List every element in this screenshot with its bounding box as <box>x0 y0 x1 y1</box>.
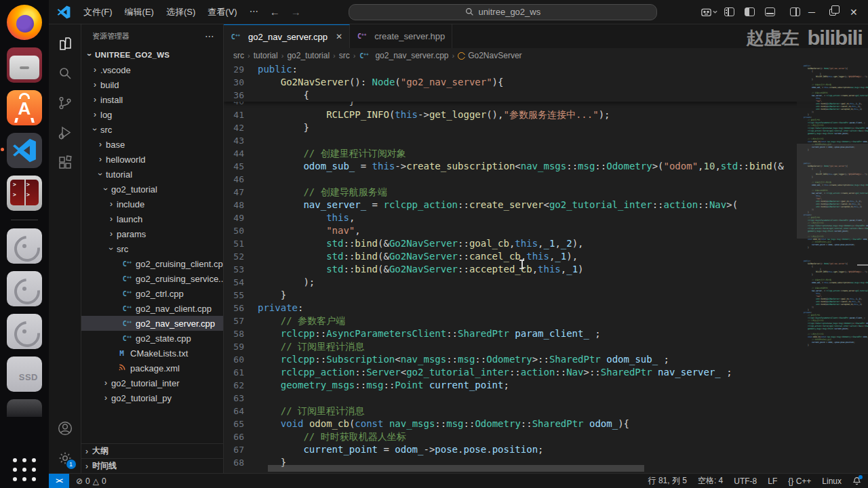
tree-item-go2_cruising_client.cpp[interactable]: C++go2_cruising_client.cpp <box>81 256 223 271</box>
section-时间线[interactable]: ›时间线 <box>81 458 223 473</box>
tree-item-params[interactable]: ›params <box>81 226 223 241</box>
status-item[interactable]: UTF-8 <box>734 476 757 486</box>
code-line[interactable]: 65 void odom_cb(const nav_msgs::msg::Odo… <box>224 418 868 430</box>
tree-item-src[interactable]: ›src <box>81 122 223 137</box>
toggle-panel-icon[interactable] <box>761 3 780 21</box>
code-area[interactable]: 29public:30 Go2NavServer(): Node("go2_na… <box>224 63 868 473</box>
tree-item-include[interactable]: ›include <box>81 197 223 211</box>
code-line[interactable]: 64 // 订阅里程计消息 <box>224 405 868 418</box>
search-icon[interactable] <box>49 58 81 88</box>
tree-item-go2_state.cpp[interactable]: C++go2_state.cpp <box>81 331 223 346</box>
extensions-icon[interactable] <box>49 148 81 178</box>
tree-item-go2_cruising_service....[interactable]: C++go2_cruising_service.... <box>81 271 223 286</box>
close-button[interactable]: ✕ <box>844 3 864 21</box>
minimize-button[interactable]: ─ <box>802 3 822 21</box>
horizontal-scrollbar[interactable] <box>268 465 644 472</box>
breadcrumb[interactable]: src›tutorial›go2_tutorial›src›C++go2_nav… <box>224 48 868 63</box>
tree-item-UNITREE_GO2_WS[interactable]: ›UNITREE_GO2_WS <box>81 47 223 62</box>
notifications-bell-icon[interactable] <box>852 476 861 485</box>
tree-item-build[interactable]: ›build <box>81 77 223 92</box>
robot-icon[interactable] <box>700 3 719 21</box>
dock-item-file-manager[interactable] <box>7 47 42 83</box>
code-line[interactable]: 53 std::bind(&Go2NavServer::accepted_cb,… <box>224 263 868 276</box>
code-line[interactable]: 57 // 参数客户端 <box>224 314 868 327</box>
menu-item[interactable]: 编辑(E) <box>119 3 160 21</box>
code-line[interactable]: 63 <box>224 392 868 405</box>
code-line[interactable]: 43 <box>224 134 868 147</box>
tab-create_server.hpp[interactable]: C++create_server.hpp <box>350 24 452 48</box>
tree-item-go2_nav_client.cpp[interactable]: C++go2_nav_client.cpp <box>81 301 223 316</box>
status-item[interactable]: {} C++ <box>788 476 811 486</box>
code-line[interactable]: 30 Go2NavServer(): Node("go2_nav_server"… <box>224 76 868 89</box>
menu-item[interactable]: 查看(V) <box>201 3 243 21</box>
source-control-icon[interactable] <box>49 88 81 118</box>
code-line[interactable]: 50 "nav", <box>224 224 868 237</box>
sidebar-more-icon[interactable]: ⋯ <box>205 30 215 41</box>
code-line[interactable]: 47 // 创建导航服务端 <box>224 186 868 199</box>
code-line[interactable]: 55 } <box>224 289 868 302</box>
code-line[interactable]: 40 } <box>224 102 868 108</box>
code-line[interactable]: 61 rclcpp_action::Server<go2_tutorial_in… <box>224 366 868 379</box>
dock-item-disk-2[interactable] <box>7 271 42 306</box>
code-line[interactable]: 52 std::bind(&Go2NavServer::cancel_cb,th… <box>224 250 868 263</box>
dock-item-vscode[interactable] <box>7 133 42 168</box>
code-line[interactable]: 36 { <box>224 89 868 102</box>
code-line[interactable]: 59 // 订阅里程计消息 <box>224 340 868 353</box>
account-icon[interactable] <box>49 413 81 443</box>
tree-item-install[interactable]: ›install <box>81 92 223 107</box>
dock-item-ssd-disk[interactable]: SSD <box>7 357 42 392</box>
tree-item-go2_tutorial_py[interactable]: ›go2_tutorial_py <box>81 390 223 405</box>
code-line[interactable]: 54 ); <box>224 276 868 289</box>
code-lines[interactable]: 41 RCLCPP_INFO(this->get_logger(),"参数服务连… <box>224 108 868 469</box>
tab-close-icon[interactable]: ✕ <box>336 32 342 41</box>
status-item[interactable]: Linux <box>822 476 842 486</box>
tab-go2_nav_server.cpp[interactable]: C++go2_nav_server.cpp✕ <box>224 24 350 48</box>
dock-item-terminator-terminal[interactable]: >>>> <box>7 176 42 211</box>
customize-layout-icon[interactable] <box>720 3 739 21</box>
breadcrumb-item-Go2NavServer[interactable]: Go2NavServer <box>458 51 521 60</box>
status-item[interactable]: 行 81, 列 5 <box>648 475 687 487</box>
forward-button[interactable]: → <box>285 6 307 18</box>
status-item[interactable]: LF <box>768 476 777 486</box>
tree-item-CMakeLists.txt[interactable]: MCMakeLists.txt <box>81 346 223 361</box>
minimap[interactable]: public: Go2NavServer(): Node("go2_nav_se… <box>797 63 868 473</box>
toggle-primary-sidebar-icon[interactable] <box>741 3 760 21</box>
tree-item-package.xml[interactable]: package.xml <box>81 361 223 375</box>
menu-item[interactable]: ⋯ <box>243 3 264 21</box>
code-line[interactable]: 66 // 时时获取机器人坐标 <box>224 430 868 443</box>
code-line[interactable]: 44 // 创建里程计订阅对象 <box>224 147 868 160</box>
menu-item[interactable]: 选择(S) <box>160 3 201 21</box>
tree-item-go2_tutorial_inter[interactable]: ›go2_tutorial_inter <box>81 375 223 390</box>
tree-item-go2_tutorial[interactable]: ›go2_tutorial <box>81 182 223 197</box>
tree-item-tutorial[interactable]: ›tutorial <box>81 167 223 182</box>
tree-item-src[interactable]: ›src <box>81 241 223 256</box>
code-line[interactable]: 56private: <box>224 302 868 314</box>
code-line[interactable]: 48 nav_server_ = rclcpp_action::create_s… <box>224 199 868 211</box>
section-大纲[interactable]: ›大纲 <box>81 443 223 458</box>
code-line[interactable]: 67 current_point = odom_->pose.pose.posi… <box>224 443 868 456</box>
breadcrumb-item-src[interactable]: src <box>339 51 350 60</box>
code-line[interactable]: 62 geometry_msgs::msg::Point current_poi… <box>224 379 868 392</box>
explorer-icon[interactable] <box>49 28 81 58</box>
tree-item-base[interactable]: ›base <box>81 137 223 152</box>
problems-indicator[interactable]: ⊘ 0 △ 0 <box>76 476 106 486</box>
dock-item-app-center[interactable]: A <box>7 90 42 125</box>
code-line[interactable]: 29public: <box>224 63 868 76</box>
code-line[interactable]: 42 } <box>224 121 868 134</box>
run-debug-icon[interactable] <box>49 118 81 148</box>
tree-item-helloworld[interactable]: ›helloworld <box>81 152 223 167</box>
code-line[interactable]: 41 RCLCPP_INFO(this->get_logger(),"参数服务连… <box>224 108 868 121</box>
code-line[interactable]: 46 <box>224 173 868 186</box>
code-line[interactable]: 45 odom_sub_ = this->create_subscription… <box>224 160 868 173</box>
restore-button[interactable] <box>823 3 842 21</box>
back-button[interactable]: ← <box>264 6 285 18</box>
breadcrumb-item-tutorial[interactable]: tutorial <box>254 51 278 60</box>
dock-item-disk-3[interactable] <box>7 314 42 349</box>
menu-item[interactable]: 文件(F) <box>77 3 119 21</box>
tree-item-launch[interactable]: ›launch <box>81 211 223 226</box>
dock-item-hidden-item[interactable] <box>7 399 42 417</box>
minimap-slider[interactable] <box>797 144 868 239</box>
toggle-secondary-sidebar-icon[interactable] <box>781 3 800 21</box>
tree-item-go2_ctrl.cpp[interactable]: C++go2_ctrl.cpp <box>81 286 223 301</box>
remote-indicator[interactable]: >< <box>49 474 69 488</box>
